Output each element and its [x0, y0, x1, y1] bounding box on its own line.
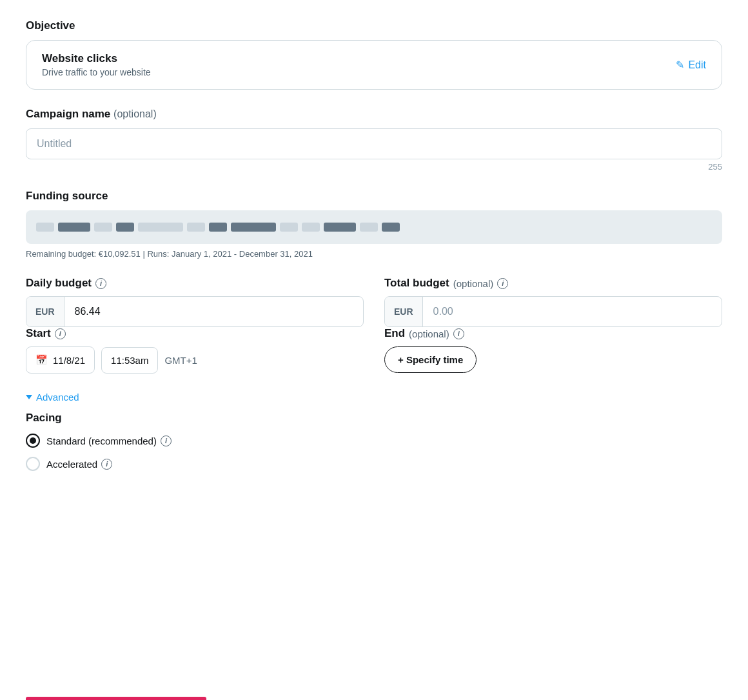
edit-button[interactable]: ✎ Edit [676, 59, 706, 71]
objective-card: Website clicks Drive traffic to your web… [26, 40, 722, 90]
budget-row: Daily budget i EUR Total budget (optiona… [26, 277, 722, 327]
page-container: Objective Website clicks Drive traffic t… [0, 0, 748, 700]
fb3 [94, 223, 112, 232]
total-budget-currency: EUR [385, 297, 423, 326]
pacing-standard-radio[interactable] [26, 434, 40, 448]
start-controls: 📅 11/8/21 11:53am GMT+1 [26, 346, 364, 374]
pacing-accelerated-option[interactable]: Accelerated i [26, 457, 722, 471]
pacing-accelerated-info-icon[interactable]: i [101, 459, 112, 470]
daily-budget-info-icon[interactable]: i [95, 278, 106, 289]
start-date-button[interactable]: 📅 11/8/21 [26, 346, 95, 374]
advanced-section: Advanced Pacing Standard (recommended) i… [26, 392, 722, 471]
pacing-label: Pacing [26, 412, 722, 425]
objective-section-label: Objective [26, 19, 722, 32]
char-count: 255 [26, 162, 722, 172]
funding-source-section: Funding source Remaining budget: €10,092… [26, 190, 722, 259]
objective-card-title: Website clicks [42, 52, 151, 65]
chevron-down-icon [26, 395, 32, 399]
start-info-icon[interactable]: i [55, 328, 66, 339]
start-field: Start i 📅 11/8/21 11:53am GMT+1 [26, 327, 364, 374]
fb2 [58, 223, 90, 232]
pacing-standard-info-icon[interactable]: i [161, 435, 172, 446]
pacing-standard-option[interactable]: Standard (recommended) i [26, 434, 722, 448]
campaign-name-optional: (optional) [113, 108, 157, 119]
fb12 [360, 223, 378, 232]
objective-card-subtitle: Drive traffic to your website [42, 67, 151, 77]
total-budget-label: Total budget (optional) i [384, 277, 722, 290]
start-time-button[interactable]: 11:53am [101, 347, 158, 374]
specify-time-button[interactable]: + Specify time [384, 346, 477, 373]
bottom-progress-bar [26, 697, 206, 700]
fb5 [138, 223, 183, 232]
start-end-row: Start i 📅 11/8/21 11:53am GMT+1 End (opt… [26, 327, 722, 374]
advanced-toggle-button[interactable]: Advanced [26, 392, 79, 403]
edit-label: Edit [688, 59, 706, 71]
funding-source-bar[interactable] [26, 210, 722, 244]
campaign-name-input[interactable] [26, 128, 722, 159]
daily-budget-input[interactable] [64, 297, 363, 326]
end-field: End (optional) i + Specify time [384, 327, 722, 373]
fb7 [209, 223, 227, 232]
advanced-toggle-label: Advanced [36, 392, 79, 403]
specify-time-label: + Specify time [398, 354, 463, 365]
start-date-value: 11/8/21 [53, 355, 85, 366]
start-time-value: 11:53am [111, 355, 148, 366]
fb1 [36, 223, 54, 232]
daily-budget-label: Daily budget i [26, 277, 364, 290]
total-budget-info-icon[interactable]: i [497, 278, 508, 289]
start-label: Start i [26, 327, 364, 340]
end-optional: (optional) [409, 328, 449, 339]
daily-budget-field: Daily budget i EUR [26, 277, 364, 327]
daily-budget-currency: EUR [26, 297, 64, 326]
funding-info: Remaining budget: €10,092.51 | Runs: Jan… [26, 249, 722, 259]
end-info-icon[interactable]: i [453, 328, 464, 339]
fb4 [116, 223, 134, 232]
daily-budget-input-wrap: EUR [26, 296, 364, 327]
funding-source-label: Funding source [26, 190, 722, 203]
pencil-icon: ✎ [676, 59, 684, 71]
objective-card-content: Website clicks Drive traffic to your web… [42, 52, 151, 77]
campaign-name-section: Campaign name (optional) 255 [26, 108, 722, 172]
start-timezone: GMT+1 [164, 355, 197, 366]
objective-section: Objective Website clicks Drive traffic t… [26, 19, 722, 90]
fb13 [382, 223, 400, 232]
fb11 [324, 223, 356, 232]
fb8 [231, 223, 276, 232]
fb9 [280, 223, 298, 232]
calendar-icon: 📅 [35, 354, 48, 366]
end-label: End (optional) i [384, 327, 722, 340]
pacing-accelerated-label: Accelerated i [46, 459, 112, 470]
total-budget-field: Total budget (optional) i EUR [384, 277, 722, 327]
total-budget-input-wrap: EUR [384, 296, 722, 327]
total-budget-optional: (optional) [453, 278, 494, 289]
funding-source-blocks [36, 223, 712, 232]
pacing-standard-label: Standard (recommended) i [46, 435, 172, 446]
fb10 [302, 223, 320, 232]
campaign-name-label: Campaign name (optional) [26, 108, 722, 121]
fb6 [187, 223, 205, 232]
total-budget-input[interactable] [423, 297, 722, 326]
pacing-accelerated-radio[interactable] [26, 457, 40, 471]
